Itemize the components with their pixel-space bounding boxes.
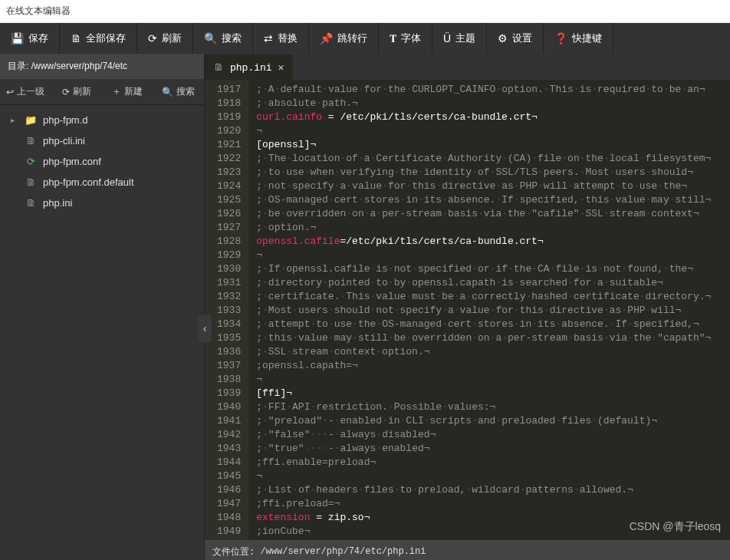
sync-icon: ⟳ (25, 156, 37, 167)
font-icon: 𝐓 (390, 32, 396, 45)
sidebar: 目录: /www/server/php/74/etc ↩上一级 ⟳刷新 ＋新建 … (0, 54, 205, 560)
tree-item-php-fpm-conf[interactable]: ⟳php-fpm.conf (0, 151, 204, 172)
line-number: 1932 (217, 290, 241, 304)
code-line: ;ffi.enable=preload¬ (256, 456, 722, 469)
tree-item-php-fpm-conf-default[interactable]: 🗎php-fpm.conf.default (0, 172, 204, 193)
line-number: 1920 (217, 124, 241, 138)
line-number: 1922 (217, 152, 241, 166)
caret-icon: ▸ (11, 116, 18, 124)
line-number: 1947 (217, 497, 241, 511)
tree-item-label: php-fpm.d (43, 114, 88, 126)
search-icon: 🔍 (162, 87, 173, 97)
code-line: ¬ (256, 249, 722, 262)
line-number: 1925 (217, 193, 241, 207)
new-file-button[interactable]: ＋新建 (102, 79, 153, 104)
search-button[interactable]: 🔍搜索 (193, 23, 253, 54)
sidebar-toolbar: ↩上一级 ⟳刷新 ＋新建 🔍搜索 (0, 79, 204, 105)
save-icon: 💾 (11, 32, 24, 44)
code-line: ;·SSL·stream·context·option.¬ (256, 345, 722, 359)
settings-button[interactable]: ⚙设置 (487, 23, 544, 54)
directory-bar: 目录: /www/server/php/74/etc (0, 54, 204, 79)
tree-item-php-ini[interactable]: 🗎php.ini (0, 193, 204, 213)
up-level-button[interactable]: ↩上一级 (0, 79, 51, 104)
help-icon: ❓ (554, 32, 567, 44)
tree-item-php-fpm-d[interactable]: ▸📁php-fpm.d (0, 110, 204, 130)
line-number: 1917 (217, 83, 241, 97)
line-number: 1921 (217, 138, 241, 152)
code-line: ;·certificate.·This·value·must·be·a·corr… (256, 290, 722, 304)
line-number: 1933 (217, 304, 241, 318)
theme-button[interactable]: Ü主题 (432, 23, 487, 54)
main-area: 目录: /www/server/php/74/etc ↩上一级 ⟳刷新 ＋新建 … (0, 54, 730, 560)
code-line: ;·OS-managed·cert·stores·in·its·absence.… (256, 193, 722, 207)
sidebar-refresh-button[interactable]: ⟳刷新 (51, 79, 103, 104)
code-line: ;·Most·users·should·not·specify·a·value·… (256, 304, 722, 318)
code-content[interactable]: ;·A·default·value·for·the·CURLOPT_CAINFO… (248, 80, 730, 540)
line-number: 1941 (217, 414, 241, 428)
code-line: ;·directory·pointed·to·by·openssl.capath… (256, 276, 722, 290)
code-line: ;·option.¬ (256, 221, 722, 235)
line-number: 1934 (217, 318, 241, 331)
sidebar-search-button[interactable]: 🔍搜索 (153, 79, 205, 104)
code-line: [openssl]¬ (256, 138, 722, 152)
tab-php-ini[interactable]: 🗎 php.ini ✕ (205, 54, 293, 80)
tab-label: php.ini (230, 62, 272, 74)
code-line: ;openssl.capath=¬ (256, 359, 722, 373)
goto-line-button[interactable]: 📌跳转行 (309, 23, 379, 54)
sidebar-collapse-handle[interactable]: ‹ (198, 315, 212, 342)
line-number: 1937 (217, 359, 241, 373)
code-line: ;·not·specify·a·value·for·this·directive… (256, 180, 722, 193)
app-title: 在线文本编辑器 (0, 0, 730, 23)
line-number: 1924 (217, 180, 241, 193)
code-line: ;·A·default·value·for·the·CURLOPT_CAINFO… (256, 83, 722, 97)
file-tree: ▸📁php-fpm.d🗎php-cli.ini⟳php-fpm.conf🗎php… (0, 105, 204, 560)
file-icon: 🗎 (214, 62, 224, 74)
line-number: 1940 (217, 400, 241, 414)
file-icon: 🗎 (25, 176, 37, 188)
code-line: ;·"false"···-·always·disabled¬ (256, 428, 722, 442)
code-line: curl.cainfo = /etc/pki/tls/certs/ca-bund… (256, 110, 722, 124)
save-all-icon: 🗎 (71, 32, 81, 44)
save-all-button[interactable]: 🗎全部保存 (60, 23, 137, 54)
file-icon: 🗎 (25, 135, 37, 147)
code-line: ;·be·overridden·on·a·per-stream·basis·vi… (256, 207, 722, 221)
line-gutter: 1917191819191920192119221923192419251926… (205, 80, 248, 540)
folder-icon: 📁 (25, 114, 37, 126)
replace-button[interactable]: ⇄替换 (253, 23, 309, 54)
search-icon: 🔍 (204, 32, 217, 44)
code-line: ;·this·value·may·still·be·overridden·on·… (256, 331, 722, 345)
line-number: 1944 (217, 456, 241, 469)
refresh-button[interactable]: ⟳刷新 (137, 23, 193, 54)
line-number: 1931 (217, 276, 241, 290)
editor-tabs: 🗎 php.ini ✕ (205, 54, 730, 80)
code-line: ¬ (256, 373, 722, 387)
close-icon[interactable]: ✕ (278, 61, 284, 74)
font-button[interactable]: 𝐓字体 (379, 23, 432, 54)
code-line: ¬ (256, 124, 722, 138)
shortcuts-button[interactable]: ❓快捷键 (544, 23, 613, 54)
main-toolbar: 💾保存 🗎全部保存 ⟳刷新 🔍搜索 ⇄替换 📌跳转行 𝐓字体 Ü主题 ⚙设置 ❓… (0, 23, 730, 54)
gear-icon: ⚙ (498, 32, 508, 44)
line-number: 1928 (217, 235, 241, 249)
code-line: ;ffi.preload=¬ (256, 497, 722, 511)
directory-label: 目录: (8, 61, 28, 71)
line-number: 1946 (217, 483, 241, 497)
watermark: CSDN @青子leosq (630, 520, 721, 534)
tree-item-php-cli-ini[interactable]: 🗎php-cli.ini (0, 130, 204, 151)
goto-icon: 📌 (320, 32, 333, 44)
refresh-icon: ⟳ (148, 32, 157, 44)
tree-item-label: php.ini (43, 197, 72, 209)
code-line: ;·to·use·when·verifying·the·identity·of·… (256, 166, 722, 180)
code-viewport[interactable]: 1917191819191920192119221923192419251926… (205, 80, 730, 540)
line-number: 1945 (217, 469, 241, 483)
line-number: 1949 (217, 525, 241, 539)
line-number: 1929 (217, 249, 241, 262)
line-number: 1926 (217, 207, 241, 221)
save-button[interactable]: 💾保存 (0, 23, 60, 54)
code-line: ;·absolute·path.¬ (256, 97, 722, 110)
status-bar: 文件位置: /www/server/php/74/etc/php.ini (205, 540, 730, 560)
tree-item-label: php-fpm.conf.default (43, 176, 134, 188)
code-line: ;·If·openssl.cafile·is·not·specified·or·… (256, 262, 722, 276)
code-line: ;·attempt·to·use·the·OS-managed·cert·sto… (256, 318, 722, 331)
editor-area: 🗎 php.ini ✕ 1917191819191920192119221923… (205, 54, 730, 560)
